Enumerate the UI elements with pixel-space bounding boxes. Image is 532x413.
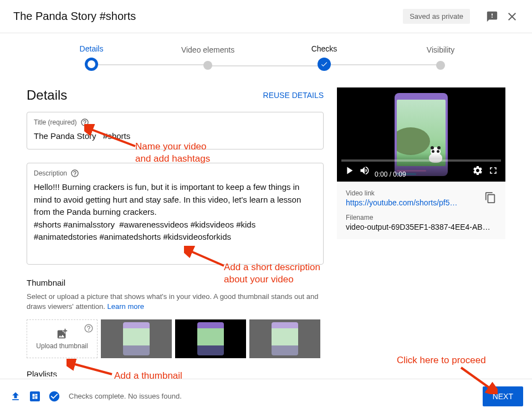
- copy-icon[interactable]: [484, 192, 497, 204]
- help-icon[interactable]: [84, 323, 94, 333]
- title-label: Title (required): [34, 118, 77, 126]
- feedback-icon[interactable]: [485, 10, 499, 23]
- step-video-elements[interactable]: Video elements: [150, 45, 266, 70]
- help-icon[interactable]: [80, 118, 89, 127]
- thumbnail-section-title: Thumbnail: [27, 278, 324, 287]
- fullscreen-icon[interactable]: [485, 163, 501, 178]
- close-icon[interactable]: [505, 10, 519, 23]
- video-time: 0:00 / 0:09: [375, 171, 406, 178]
- upload-icon[interactable]: [9, 390, 22, 403]
- thumbnail-option-1[interactable]: [101, 319, 172, 358]
- step-visibility[interactable]: Visibility: [382, 45, 499, 70]
- add-image-icon: [56, 328, 68, 340]
- filename-value: video-output-69D35EF1-8387-4EE4-AB…: [346, 223, 497, 231]
- thumbnail-option-3[interactable]: [249, 319, 320, 358]
- learn-more-link[interactable]: Learn more: [108, 302, 144, 311]
- help-icon[interactable]: [70, 169, 79, 178]
- volume-icon[interactable]: [357, 163, 372, 178]
- processing-icon[interactable]: [30, 391, 40, 401]
- save-status-badge: Saved as private: [403, 9, 470, 24]
- video-preview[interactable]: 0:00 / 0:09: [337, 87, 505, 182]
- step-circle: [436, 61, 445, 70]
- step-circle: [203, 61, 212, 70]
- step-details[interactable]: Details: [33, 44, 150, 71]
- video-progress-bar[interactable]: [341, 159, 501, 162]
- next-button[interactable]: NEXT: [483, 386, 523, 406]
- description-input[interactable]: Hello!!! Burning crackers is fun, but it…: [34, 181, 316, 259]
- step-checks[interactable]: Checks: [266, 44, 382, 71]
- check-circle-icon: [48, 390, 61, 403]
- details-section-title: Details: [27, 87, 67, 103]
- video-info: Video link https://youtube.com/shorts/pf…: [337, 182, 505, 239]
- footer-status-text: Checks complete. No issues found.: [69, 392, 483, 400]
- dialog-footer: Checks complete. No issues found. NEXT: [0, 379, 532, 413]
- description-label: Description: [34, 169, 67, 177]
- filename-label: Filename: [346, 214, 497, 221]
- dialog-title: The Panda Story #shorts: [13, 10, 403, 23]
- playlists-section-title: Playlists: [27, 369, 324, 376]
- dialog-header: The Panda Story #shorts Saved as private: [0, 0, 532, 33]
- video-link-label: Video link: [346, 189, 497, 197]
- thumbnail-option-2[interactable]: [175, 319, 246, 358]
- title-field[interactable]: Title (required) The Panda Story #shorts: [27, 112, 324, 149]
- play-icon[interactable]: [341, 163, 357, 178]
- title-input[interactable]: The Panda Story #shorts: [34, 130, 316, 143]
- step-circle-active: [85, 58, 98, 71]
- upload-thumbnail-button[interactable]: Upload thumbnail: [27, 319, 98, 358]
- step-circle-done: [318, 58, 331, 71]
- thumbnail-description: Select or upload a picture that shows wh…: [27, 292, 324, 312]
- description-field[interactable]: Description Hello!!! Burning crackers is…: [27, 163, 324, 265]
- reuse-details-button[interactable]: REUSE DETAILS: [263, 91, 324, 100]
- stepper: Details Video elements Checks Visibility: [0, 33, 532, 71]
- video-link[interactable]: https://youtube.com/shorts/pf5…: [346, 198, 497, 207]
- settings-icon[interactable]: [470, 163, 485, 178]
